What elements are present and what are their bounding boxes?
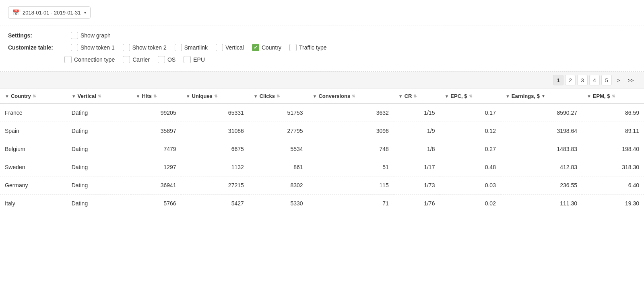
col-epm[interactable]: ▼ EPM, $ ⇅	[582, 89, 644, 104]
show-token2-label: Show token 2	[132, 44, 167, 51]
cell-cr: 1/76	[394, 195, 440, 213]
sort-icon-uniques: ⇅	[214, 94, 217, 98]
connection-type-checkbox[interactable]	[64, 56, 72, 63]
traffic-type-item[interactable]: Traffic type	[289, 44, 326, 51]
cell-uniques: 6675	[181, 140, 249, 158]
table-row: BelgiumDating7479667555347481/80.271483.…	[0, 140, 644, 158]
epu-checkbox[interactable]	[184, 56, 191, 63]
cell-cr: 1/73	[394, 176, 440, 195]
cell-conversions: 3096	[308, 122, 394, 140]
connection-type-label: Connection type	[74, 56, 115, 63]
cell-conversions: 51	[308, 158, 394, 176]
col-epm-label: EPM, $	[593, 93, 610, 99]
cell-country: Germany	[0, 176, 67, 195]
country-label: Country	[262, 44, 281, 51]
cell-epm: 318.30	[582, 158, 644, 176]
page-1-button[interactable]: 1	[553, 75, 564, 85]
col-clicks[interactable]: ▼ Clicks ⇅	[249, 89, 308, 104]
col-vertical[interactable]: ▼ Vertical ⇅	[67, 89, 131, 104]
os-item[interactable]: OS	[158, 56, 175, 63]
cell-conversions: 748	[308, 140, 394, 158]
cell-conversions: 71	[308, 195, 394, 213]
pagination-row: 1 2 3 4 5 > >>	[0, 72, 644, 89]
table-row: GermanyDating369412721583021151/730.0323…	[0, 176, 644, 195]
vertical-item[interactable]: Vertical	[216, 44, 244, 51]
table-row: SwedenDating12971132861511/170.48412.833…	[0, 158, 644, 176]
page-5-button[interactable]: 5	[601, 75, 612, 85]
customize-checkboxes-row2: Connection type Carrier OS EPU	[64, 56, 636, 68]
page-last-button[interactable]: >>	[625, 75, 636, 85]
col-conversions[interactable]: ▼ Conversions ⇅	[308, 89, 394, 104]
smartlink-checkbox[interactable]	[175, 44, 182, 51]
sort-icon-epm: ⇅	[612, 94, 615, 98]
sort-icon-clicks: ⇅	[277, 94, 280, 98]
vertical-label: Vertical	[225, 44, 244, 51]
cell-hits: 35897	[131, 122, 181, 140]
smartlink-item[interactable]: Smartlink	[175, 44, 208, 51]
cell-clicks: 8302	[249, 176, 308, 195]
date-range-text: 2018-01-01 - 2019-01-31	[23, 10, 81, 16]
traffic-type-checkbox[interactable]	[289, 44, 297, 51]
settings-section: Settings: Show graph Customize table: Sh…	[0, 25, 644, 71]
show-token1-item[interactable]: Show token 1	[71, 44, 115, 51]
show-token2-checkbox[interactable]	[123, 44, 130, 51]
page-next-button[interactable]: >	[613, 75, 624, 85]
cell-earnings: 1483.83	[501, 140, 582, 158]
cell-clicks: 5330	[249, 195, 308, 213]
show-token2-item[interactable]: Show token 2	[123, 44, 167, 51]
filter-icon-country: ▼	[5, 94, 9, 99]
cell-country: Sweden	[0, 158, 67, 176]
col-hits[interactable]: ▼ Hits ⇅	[131, 89, 181, 104]
cell-uniques: 5427	[181, 195, 249, 213]
carrier-item[interactable]: Carrier	[123, 56, 150, 63]
col-cr-label: CR	[405, 93, 412, 99]
cell-earnings: 236.55	[501, 176, 582, 195]
cell-epc: 0.17	[440, 104, 500, 122]
settings-row: Settings: Show graph	[8, 32, 636, 39]
show-token1-label: Show token 1	[80, 44, 115, 51]
filter-icon-vertical: ▼	[72, 94, 76, 99]
cell-epc: 0.03	[440, 176, 500, 195]
customize-table-label: Customize table:	[8, 44, 64, 51]
col-clicks-label: Clicks	[260, 93, 275, 99]
epu-label: EPU	[193, 56, 205, 63]
page-4-button[interactable]: 4	[589, 75, 600, 85]
sort-icon-earnings: ▼	[541, 94, 545, 98]
show-graph-checkbox-item[interactable]: Show graph	[71, 32, 111, 39]
page-2-button[interactable]: 2	[565, 75, 576, 85]
cell-vertical: Dating	[67, 195, 131, 213]
sort-icon-vertical: ⇅	[98, 94, 101, 98]
cell-country: France	[0, 104, 67, 122]
col-cr[interactable]: ▼ CR ⇅	[394, 89, 440, 104]
page-3-button[interactable]: 3	[577, 75, 588, 85]
connection-type-item[interactable]: Connection type	[64, 56, 115, 63]
filter-icon-clicks: ▼	[254, 94, 258, 99]
epu-item[interactable]: EPU	[184, 56, 205, 63]
settings-label: Settings:	[8, 32, 64, 39]
col-vertical-label: Vertical	[78, 93, 96, 99]
show-graph-checkbox[interactable]	[71, 32, 78, 39]
show-token1-checkbox[interactable]	[71, 44, 78, 51]
col-country[interactable]: ▼ Country ⇅	[0, 89, 67, 104]
vertical-checkbox[interactable]	[216, 44, 223, 51]
carrier-checkbox[interactable]	[123, 56, 130, 63]
os-checkbox[interactable]	[158, 56, 165, 63]
filter-icon-conversions: ▼	[313, 94, 317, 99]
date-picker[interactable]: 📅 2018-01-01 - 2019-01-31 ▾	[8, 6, 91, 19]
cell-epm: 6.40	[582, 176, 644, 195]
table-row: ItalyDating576654275330711/760.02111.301…	[0, 195, 644, 213]
os-label: OS	[167, 56, 175, 63]
col-uniques[interactable]: ▼ Uniques ⇅	[181, 89, 249, 104]
col-earnings[interactable]: ▼ Earnings, $ ▼	[501, 89, 582, 104]
cell-earnings: 111.30	[501, 195, 582, 213]
cell-vertical: Dating	[67, 104, 131, 122]
cell-vertical: Dating	[67, 158, 131, 176]
cell-vertical: Dating	[67, 176, 131, 195]
filter-icon-cr: ▼	[398, 94, 403, 99]
country-item[interactable]: Country	[252, 44, 281, 51]
country-checkbox[interactable]	[252, 44, 259, 51]
col-epc[interactable]: ▼ EPC, $ ⇅	[440, 89, 500, 104]
carrier-label: Carrier	[132, 56, 150, 63]
calendar-icon: 📅	[12, 9, 19, 16]
customize-table-row: Customize table: Show token 1 Show token…	[8, 44, 636, 51]
